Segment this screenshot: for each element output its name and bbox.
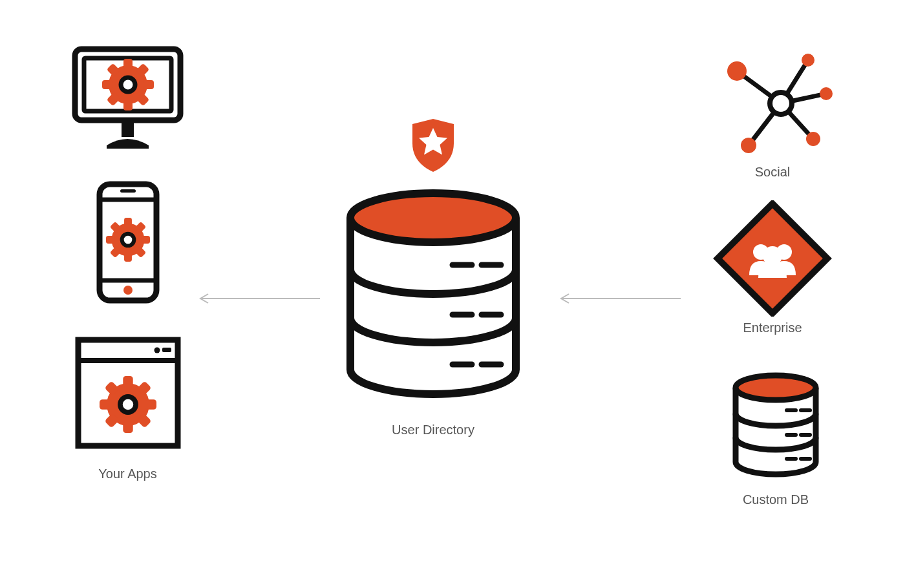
svg-point-60: [741, 138, 756, 153]
svg-rect-34: [123, 421, 133, 433]
svg-rect-22: [141, 236, 150, 244]
svg-point-56: [727, 61, 747, 81]
arrow-to-directory-icon: [555, 292, 684, 293]
svg-rect-4: [123, 59, 133, 69]
your-apps-label: Your Apps: [98, 467, 156, 481]
custom-db-block: Custom DB: [727, 372, 824, 507]
svg-point-17: [123, 286, 133, 295]
svg-point-65: [736, 375, 816, 400]
custom-database-icon: [727, 372, 824, 487]
svg-point-43: [350, 193, 516, 242]
enterprise-diamond-icon: [708, 200, 837, 319]
your-apps-column: Your Apps: [71, 45, 184, 481]
svg-rect-7: [144, 80, 154, 89]
svg-rect-35: [100, 399, 111, 409]
svg-rect-21: [106, 236, 115, 244]
svg-point-58: [820, 87, 833, 100]
svg-rect-36: [145, 399, 156, 409]
arrow-to-apps-icon: [194, 292, 323, 293]
svg-point-30: [154, 348, 160, 353]
svg-rect-33: [123, 376, 133, 388]
svg-rect-6: [102, 80, 112, 89]
svg-point-27: [122, 234, 134, 246]
user-directory-database-icon: [336, 189, 530, 411]
mobile-app-icon: [89, 180, 167, 309]
svg-rect-5: [123, 100, 133, 110]
svg-rect-31: [162, 348, 171, 352]
svg-rect-20: [124, 253, 132, 262]
enterprise-connections-block: Enterprise: [708, 200, 837, 335]
svg-rect-19: [124, 218, 132, 227]
social-connections-block: Social: [711, 48, 834, 180]
svg-point-12: [121, 78, 135, 92]
social-network-icon: [711, 48, 834, 161]
user-directory-label: User Directory: [392, 423, 474, 437]
user-directory-column: User Directory: [336, 116, 530, 437]
enterprise-label: Enterprise: [743, 320, 802, 335]
svg-point-41: [120, 397, 135, 412]
social-label: Social: [755, 165, 790, 180]
auth0-shield-icon: [407, 116, 459, 177]
svg-rect-2: [122, 123, 134, 137]
desktop-app-icon: [71, 45, 184, 154]
web-app-icon: [73, 335, 183, 454]
custom-db-label: Custom DB: [743, 492, 809, 507]
svg-rect-16: [120, 189, 136, 193]
svg-point-59: [806, 132, 820, 146]
svg-point-57: [802, 54, 814, 67]
svg-point-55: [770, 92, 792, 114]
